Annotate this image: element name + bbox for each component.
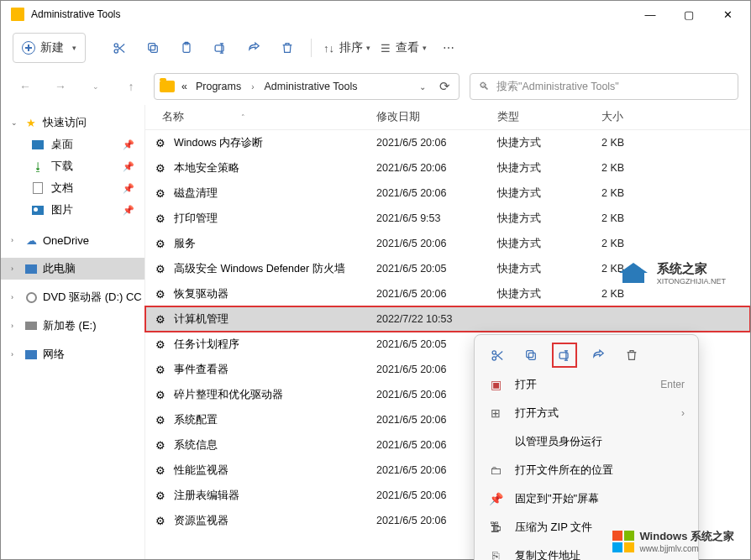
scissors-icon	[491, 348, 505, 363]
chevron-right-icon[interactable]: ›	[248, 82, 257, 92]
sidebar-onedrive[interactable]: › ☁ OneDrive	[1, 229, 144, 251]
file-row[interactable]: ⚙恢复驱动器2021/6/5 20:06快捷方式2 KB	[145, 281, 750, 306]
file-size: 2 KB	[601, 137, 660, 149]
search-icon: 🔍︎	[479, 81, 490, 92]
chevron-down-icon[interactable]: ⌄	[419, 82, 426, 92]
zip-icon: 🗜	[488, 521, 503, 534]
ctx-cut-button[interactable]	[488, 346, 507, 364]
paste-button[interactable]	[170, 33, 203, 63]
sidebar-item-documents[interactable]: 文档 📌	[1, 177, 144, 199]
ctx-label: 打开文件所在的位置	[515, 463, 685, 478]
back-button[interactable]: ←	[13, 74, 38, 99]
refresh-button[interactable]: ⟳	[436, 79, 454, 94]
ctx-label: 打开	[515, 377, 649, 392]
file-name: Windows 内存诊断	[174, 136, 263, 150]
chevron-down-icon: ⌄	[11, 118, 19, 127]
column-headers: 名称˄ 修改日期 类型 大小	[145, 105, 750, 130]
network-icon	[25, 350, 37, 359]
header-date[interactable]: 修改日期	[376, 110, 497, 124]
file-size: 2 KB	[601, 187, 660, 199]
document-icon	[33, 182, 43, 194]
delete-button[interactable]	[270, 33, 304, 63]
file-row[interactable]: ⚙服务2021/6/5 20:06快捷方式2 KB	[145, 231, 750, 256]
pin-icon: 📌	[488, 492, 503, 505]
new-label: 新建	[40, 40, 64, 55]
open-icon: ▣	[488, 378, 503, 391]
file-name: 注册表编辑器	[174, 489, 239, 503]
minimize-button[interactable]: —	[631, 1, 670, 28]
sidebar-label: 桌面	[51, 137, 73, 152]
pin-icon: 📌	[123, 205, 134, 216]
svg-rect-16	[528, 353, 535, 359]
ctx-open-location[interactable]: 🗀 打开文件所在的位置	[475, 456, 698, 484]
title-bar[interactable]: Administrative Tools — ▢ ✕	[1, 1, 750, 28]
breadcrumb-item[interactable]: Programs	[194, 81, 243, 92]
forward-button[interactable]: →	[48, 74, 73, 99]
ctx-label: 以管理员身份运行	[515, 434, 685, 449]
chevron-right-icon: ›	[11, 322, 19, 330]
sidebar-dvd-drive[interactable]: › DVD 驱动器 (D:) CC	[1, 286, 144, 308]
file-type: 快捷方式	[497, 212, 601, 226]
sidebar-item-downloads[interactable]: ⭳下载 📌	[1, 155, 144, 177]
breadcrumb-item[interactable]: Administrative Tools	[262, 81, 359, 92]
up-button[interactable]: ↑	[118, 74, 144, 99]
ctx-rename-button[interactable]	[555, 346, 574, 364]
sidebar-network[interactable]: › 网络	[1, 343, 144, 365]
ctx-compress-zip[interactable]: 🗜 压缩为 ZIP 文件	[475, 513, 698, 542]
file-row[interactable]: ⚙高级安全 Windows Defender 防火墙2021/6/5 20:05…	[145, 256, 750, 281]
more-button[interactable]: ⋯	[432, 33, 465, 63]
sidebar-quick-access[interactable]: ⌄ ★ 快速访问	[1, 112, 144, 133]
copy-button[interactable]	[136, 33, 170, 63]
file-row[interactable]: ⚙本地安全策略2021/6/5 20:06快捷方式2 KB	[145, 155, 750, 181]
sort-label: 排序	[339, 40, 363, 55]
new-button[interactable]: 新建 ▾	[13, 33, 86, 63]
close-button[interactable]: ✕	[708, 1, 747, 28]
file-row[interactable]: ⚙磁盘清理2021/6/5 20:06快捷方式2 KB	[145, 181, 750, 206]
list-icon: ☰	[381, 42, 391, 55]
address-bar[interactable]: « Programs › Administrative Tools ⌄ ⟳	[154, 73, 460, 100]
header-size[interactable]: 大小	[601, 110, 660, 124]
file-name: 服务	[174, 237, 196, 251]
folder-icon: 🗀	[488, 463, 503, 477]
sidebar-new-volume[interactable]: › 新加卷 (E:)	[1, 315, 144, 337]
sort-button[interactable]: ↑↓ 排序 ▾	[318, 33, 376, 63]
file-row[interactable]: ⚙计算机管理2022/7/22 10:53	[145, 306, 750, 332]
file-date: 2021/6/5 20:06	[376, 288, 497, 300]
recent-button[interactable]: ⌄	[83, 74, 108, 99]
breadcrumb-overflow[interactable]: «	[180, 81, 189, 92]
command-bar: 新建 ▾ ↑↓ 排序 ▾ ☰ 查看 ▾	[1, 28, 750, 68]
search-input[interactable]: 🔍︎ 搜索"Administrative Tools"	[470, 73, 738, 100]
file-row[interactable]: ⚙Windows 内存诊断2021/6/5 20:06快捷方式2 KB	[145, 130, 750, 155]
ctx-pin-start[interactable]: 📌 固定到"开始"屏幕	[475, 484, 698, 513]
ctx-copy-button[interactable]	[522, 346, 540, 364]
svg-rect-4	[150, 45, 157, 52]
file-name: 性能监视器	[174, 463, 228, 478]
grid-icon: ⊞	[488, 406, 503, 420]
sidebar-item-desktop[interactable]: 桌面 📌	[1, 133, 144, 155]
chevron-right-icon: ›	[11, 293, 19, 301]
share-button[interactable]	[237, 33, 270, 63]
sidebar-label: DVD 驱动器 (D:) CC	[43, 290, 142, 305]
ctx-open-with[interactable]: ⊞ 打开方式 ›	[475, 399, 698, 427]
sidebar-item-pictures[interactable]: 图片 📌	[1, 199, 144, 221]
sidebar-this-pc[interactable]: › 此电脑	[1, 258, 144, 280]
file-row[interactable]: ⚙打印管理2021/6/5 9:53快捷方式2 KB	[145, 206, 750, 231]
header-name[interactable]: 名称˄	[162, 110, 376, 124]
ctx-copy-path[interactable]: ⎘ 复制文件地址	[475, 542, 698, 560]
ctx-open[interactable]: ▣ 打开 Enter	[475, 370, 698, 399]
svg-rect-5	[149, 44, 155, 50]
cut-button[interactable]	[102, 33, 136, 63]
file-size: 2 KB	[601, 162, 660, 174]
rename-icon	[213, 41, 228, 55]
maximize-button[interactable]: ▢	[670, 1, 708, 28]
ctx-label: 压缩为 ZIP 文件	[515, 520, 685, 535]
view-button[interactable]: ☰ 查看 ▾	[376, 33, 432, 63]
rename-button[interactable]	[203, 33, 237, 63]
shortcut-icon: ⚙	[154, 438, 167, 452]
ctx-share-button[interactable]	[589, 346, 607, 364]
ctx-delete-button[interactable]	[622, 346, 641, 364]
ctx-run-admin[interactable]: 以管理员身份运行	[475, 427, 698, 456]
header-type[interactable]: 类型	[497, 110, 601, 124]
file-date: 2022/7/22 10:53	[376, 313, 497, 325]
context-menu: ▣ 打开 Enter ⊞ 打开方式 › 以管理员身份运行 🗀 打开文件所在的位置…	[474, 334, 699, 560]
